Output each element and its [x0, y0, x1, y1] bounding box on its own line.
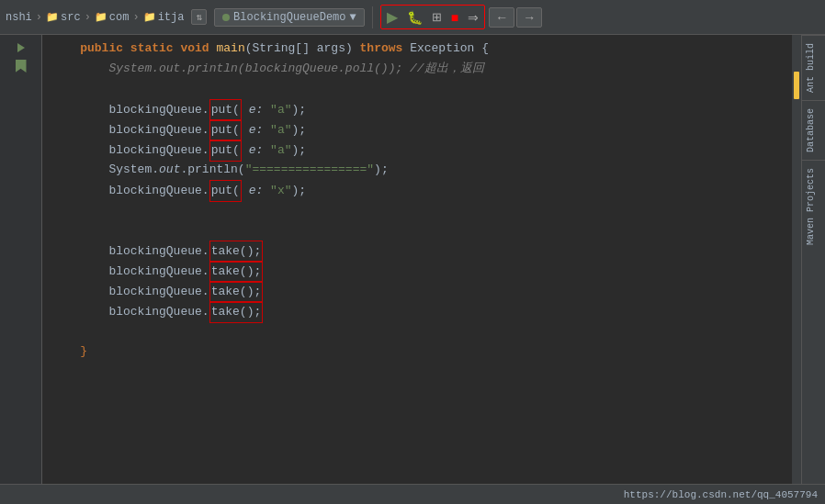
- code-line-empty4: [42, 321, 792, 342]
- code-line-comment: System.out.println(blockingQueue.poll())…: [42, 59, 792, 79]
- code-line-take4: blockingQueue.take();: [42, 301, 792, 321]
- code-line-take1: blockingQueue.take();: [42, 241, 792, 261]
- breadcrumb-itja: itja: [158, 11, 185, 24]
- put4-box: put(: [209, 180, 242, 202]
- put1-box: put(: [209, 99, 242, 121]
- sidebar-tab-maven[interactable]: Maven Projects: [802, 160, 825, 252]
- folder-icon2: 📁: [95, 11, 107, 23]
- arrow-button[interactable]: ⇒: [464, 8, 482, 27]
- breadcrumb: nshi › 📁 src › 📁 com › 📁 itja: [6, 11, 184, 24]
- toolbar: nshi › 📁 src › 📁 com › 📁 itja ⇅ Blocking…: [0, 0, 825, 35]
- code-line-closing: }: [42, 342, 792, 362]
- chevron-down-icon: ▼: [350, 11, 356, 24]
- code-line-empty3: [42, 220, 792, 241]
- sidebar-tab-database[interactable]: Database: [802, 100, 825, 160]
- code-line-put2: blockingQueue.put( e: "a");: [42, 119, 792, 140]
- stop-button[interactable]: ■: [447, 8, 462, 27]
- put3-box: put(: [209, 140, 242, 162]
- take4-box: take();: [209, 301, 264, 323]
- config-dropdown[interactable]: BlockingQueueDemo ▼: [214, 8, 365, 27]
- code-line-put1: blockingQueue.put( e: "a");: [42, 99, 792, 119]
- bookmark-icon: [16, 60, 27, 73]
- code-line-empty1: [42, 79, 792, 99]
- run-buttons-group: ▶ 🐛 ⊞ ■ ⇒: [380, 5, 485, 29]
- main-area: public static void main (String[] args) …: [0, 35, 825, 484]
- arrow-gutter-icon: [14, 40, 28, 55]
- take3-box: take();: [209, 281, 264, 303]
- editor-gutter: [0, 35, 42, 484]
- code-line-empty2: [42, 200, 792, 220]
- breadcrumb-nshi: nshi: [6, 11, 32, 24]
- run-button[interactable]: ▶: [383, 6, 401, 28]
- coverage-icon: ⊞: [432, 10, 442, 24]
- status-dot: [222, 14, 230, 21]
- scroll-marker-1: [794, 72, 799, 99]
- back-button[interactable]: ←: [489, 7, 514, 28]
- code-line-take2: blockingQueue.take();: [42, 261, 792, 281]
- folder-icon: 📁: [46, 11, 59, 23]
- stop-icon: ■: [451, 10, 458, 25]
- right-sidebar: Ant build Database Maven Projects: [801, 35, 825, 484]
- config-label: BlockingQueueDemo: [233, 11, 345, 24]
- forward-arrow-icon: ⇒: [468, 10, 479, 25]
- code-line-put4: blockingQueue.put( e: "x");: [42, 180, 792, 200]
- breadcrumb-com: com: [109, 11, 130, 24]
- take2-box: take();: [209, 261, 264, 283]
- folder-icon3: 📁: [143, 11, 156, 23]
- status-url: https://blog.csdn.net/qq_4057794: [624, 489, 818, 500]
- code-line-take3: blockingQueue.take();: [42, 281, 792, 301]
- sort-icon[interactable]: ⇅: [191, 9, 207, 25]
- code-line-main: public static void main (String[] args) …: [42, 39, 792, 59]
- coverage-button[interactable]: ⊞: [428, 8, 446, 26]
- debug-icon: 🐛: [407, 10, 423, 25]
- put2-box: put(: [209, 119, 242, 141]
- breadcrumb-src: src: [61, 11, 81, 24]
- scroll-markers: [792, 35, 801, 484]
- status-bar: https://blog.csdn.net/qq_4057794: [0, 484, 825, 504]
- run-icon: ▶: [387, 8, 398, 26]
- bookmark-gutter: [14, 59, 28, 73]
- code-line-sysout: System.out.println("================");: [42, 160, 792, 180]
- code-editor[interactable]: public static void main (String[] args) …: [42, 35, 792, 484]
- separator: [372, 6, 373, 28]
- forward-nav-button[interactable]: →: [516, 7, 542, 28]
- debug-button[interactable]: 🐛: [403, 8, 426, 27]
- sidebar-tab-ant[interactable]: Ant build: [802, 35, 825, 100]
- code-line-put3: blockingQueue.put( e: "a");: [42, 140, 792, 160]
- take1-box: take();: [209, 241, 264, 263]
- nav-buttons: ← →: [489, 7, 542, 28]
- execution-arrow: [17, 43, 25, 52]
